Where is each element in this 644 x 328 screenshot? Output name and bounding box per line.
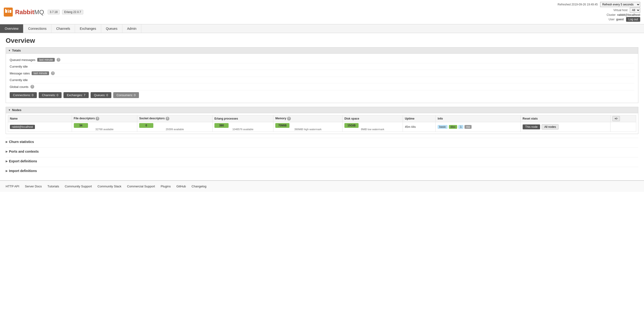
info-tag-1: 1 bbox=[458, 125, 463, 129]
global-counts-label: Global counts bbox=[10, 85, 28, 89]
exchanges-count-button[interactable]: Exchanges: 7 bbox=[64, 92, 89, 98]
col-name: Name bbox=[8, 115, 72, 122]
counts-row: Connections: 0 Channels: 0 Exchanges: 7 … bbox=[10, 90, 634, 100]
footer-link-server-docs[interactable]: Server Docs bbox=[25, 185, 42, 188]
user-label: User bbox=[608, 18, 614, 21]
nav-item-queues[interactable]: Queues bbox=[101, 24, 122, 33]
memory-cell: 70MiB 390MiB high watermark bbox=[274, 122, 342, 132]
erlang-proc-avail: 1048576 available bbox=[214, 128, 271, 131]
consumers-count-button[interactable]: Consumers: 0 bbox=[113, 92, 139, 98]
node-name-cell: rabbit@localhost bbox=[8, 122, 72, 132]
nodes-section-header[interactable]: ▼ Nodes bbox=[6, 107, 638, 113]
svg-rect-5 bbox=[10, 10, 11, 13]
footer-link-changelog[interactable]: Changelog bbox=[192, 185, 206, 188]
footer-link-tutorials[interactable]: Tutorials bbox=[48, 185, 59, 188]
col-erlang-proc: Erlang processes bbox=[212, 115, 273, 122]
currently-idle-1-text: Currently idle bbox=[10, 65, 28, 68]
totals-section-header[interactable]: ▼ Totals bbox=[6, 47, 638, 54]
churn-statistics-header[interactable]: ▶ Churn statistics bbox=[6, 138, 638, 145]
refresh-select[interactable]: Refresh every 5 seconds No refresh Refre… bbox=[600, 2, 640, 7]
refreshed-label: Refreshed bbox=[558, 3, 571, 6]
svg-rect-4 bbox=[8, 10, 8, 11]
node-name-badge: rabbit@localhost bbox=[10, 125, 35, 129]
footer-link-github[interactable]: GitHub bbox=[176, 185, 186, 188]
currently-idle-1-row: Currently idle bbox=[10, 63, 634, 70]
logout-button[interactable]: Log out bbox=[626, 17, 640, 22]
currently-idle-2-text: Currently idle bbox=[10, 78, 28, 82]
import-label: Import definitions bbox=[9, 169, 37, 173]
file-desc-value: 34 bbox=[74, 123, 88, 128]
nav-item-connections[interactable]: Connections bbox=[23, 24, 52, 33]
global-counts-row: Global counts ? bbox=[10, 83, 634, 90]
message-rates-help[interactable]: ? bbox=[51, 71, 55, 75]
message-rates-badge: last minute bbox=[32, 71, 49, 75]
footer-link-commercial-support[interactable]: Commercial Support bbox=[127, 185, 155, 188]
footer-link-community-support[interactable]: Community Support bbox=[65, 185, 92, 188]
disk-space-cell: 15GiB 8MiB low watermark bbox=[342, 122, 403, 132]
queues-count-button[interactable]: Queues: 0 bbox=[90, 92, 111, 98]
connections-count-button[interactable]: Connections: 0 bbox=[10, 92, 37, 98]
channels-count-button[interactable]: Channels: 0 bbox=[39, 92, 62, 98]
nav-item-channels[interactable]: Channels bbox=[52, 24, 75, 33]
export-arrow-icon: ▶ bbox=[6, 160, 8, 163]
ports-contexts-header[interactable]: ▶ Ports and contexts bbox=[6, 147, 638, 155]
memory-watermark: 390MiB high watermark bbox=[275, 128, 340, 131]
info-cell: basic disc 1 rss bbox=[436, 122, 521, 132]
nodes-table: Name File descriptors ? Socket descripto… bbox=[8, 115, 636, 132]
file-desc-help-icon[interactable]: ? bbox=[96, 117, 99, 120]
footer-link-plugins[interactable]: Plugins bbox=[161, 185, 171, 188]
nav-item-overview[interactable]: Overview bbox=[0, 24, 23, 33]
totals-arrow-icon: ▼ bbox=[8, 49, 10, 52]
totals-section-content: Queued messages last minute ? Currently … bbox=[6, 54, 638, 103]
this-node-button[interactable]: This node bbox=[522, 124, 540, 129]
page-title: Overview bbox=[6, 37, 638, 44]
memory-value: 70MiB bbox=[275, 123, 290, 128]
nodes-arrow-icon: ▼ bbox=[8, 109, 10, 111]
file-desc-avail: 32768 available bbox=[74, 128, 136, 131]
col-file-desc: File descriptors ? bbox=[72, 115, 137, 122]
virtual-host-select[interactable]: All bbox=[630, 8, 640, 13]
footer-link-community-slack[interactable]: Community Slack bbox=[98, 185, 121, 188]
churn-arrow-icon: ▶ bbox=[6, 140, 8, 143]
totals-section-label: Totals bbox=[12, 49, 21, 52]
export-definitions-header[interactable]: ▶ Export definitions bbox=[6, 157, 638, 165]
footer-link-http-api[interactable]: HTTP API bbox=[6, 185, 19, 188]
totals-section: ▼ Totals Queued messages last minute ? C… bbox=[6, 47, 638, 103]
virtual-host-label: Virtual host bbox=[613, 9, 628, 12]
col-disk-space: Disk space bbox=[342, 115, 403, 122]
svg-rect-3 bbox=[5, 9, 6, 11]
queued-messages-label: Queued messages bbox=[10, 58, 36, 62]
nav-item-exchanges[interactable]: Exchanges bbox=[75, 24, 101, 33]
ports-contexts-section: ▶ Ports and contexts bbox=[6, 147, 638, 155]
ports-label: Ports and contexts bbox=[9, 149, 39, 153]
socket-desc-avail: 29399 available bbox=[139, 128, 210, 131]
info-tag-disc: disc bbox=[449, 125, 457, 129]
import-definitions-header[interactable]: ▶ Import definitions bbox=[6, 167, 638, 175]
churn-label: Churn statistics bbox=[9, 140, 34, 144]
col-uptime: Uptime bbox=[403, 115, 436, 122]
file-desc-cell: 34 32768 available bbox=[72, 122, 137, 132]
all-nodes-button[interactable]: All nodes bbox=[542, 124, 558, 129]
export-label: Export definitions bbox=[9, 159, 37, 163]
nodes-section: ▼ Nodes Name File descriptors ? Socket d… bbox=[6, 107, 638, 134]
erlang-proc-cell: 390 1048576 available bbox=[212, 122, 273, 132]
col-info: Info bbox=[436, 115, 521, 122]
user-value: guest bbox=[616, 18, 624, 21]
erlang-badge: Erlang 22.0.7 bbox=[62, 10, 83, 15]
memory-help-icon[interactable]: ? bbox=[287, 117, 291, 120]
col-memory: Memory ? bbox=[274, 115, 342, 122]
global-counts-help[interactable]: ? bbox=[30, 85, 34, 89]
queued-messages-help[interactable]: ? bbox=[56, 58, 60, 62]
churn-statistics-section: ▶ Churn statistics bbox=[6, 138, 638, 145]
nav-item-admin[interactable]: Admin bbox=[122, 24, 142, 33]
disk-watermark: 8MiB low watermark bbox=[344, 128, 401, 131]
col-plus-minus[interactable]: +/- bbox=[610, 115, 636, 122]
nodes-section-label: Nodes bbox=[12, 108, 22, 112]
plus-minus-button[interactable]: +/- bbox=[612, 116, 620, 121]
socket-desc-help-icon[interactable]: ? bbox=[166, 117, 169, 120]
message-rates-label: Message rates bbox=[10, 72, 30, 75]
footer: HTTP API Server Docs Tutorials Community… bbox=[0, 180, 644, 192]
export-definitions-section: ▶ Export definitions bbox=[6, 157, 638, 165]
info-tag-basic: basic bbox=[438, 125, 448, 129]
version-badge: 3.7.18 bbox=[48, 10, 60, 15]
